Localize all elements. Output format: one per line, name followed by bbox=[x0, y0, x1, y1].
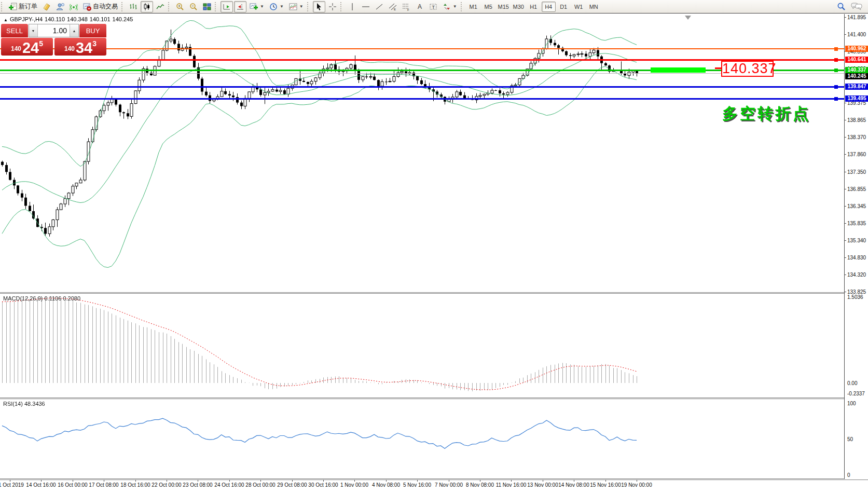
ohlc-open: 140.110 bbox=[45, 16, 65, 22]
signals-button[interactable] bbox=[67, 1, 80, 12]
sell-button[interactable]: SELL bbox=[1, 24, 28, 37]
ohlc-low: 140.101 bbox=[90, 16, 111, 22]
toolbar-grip[interactable] bbox=[168, 2, 171, 11]
toolbar-grip[interactable] bbox=[461, 2, 464, 11]
buy-price-button[interactable]: 140 34 3 bbox=[54, 38, 106, 56]
vertical-line-button[interactable] bbox=[346, 1, 359, 12]
line-chart-button[interactable] bbox=[154, 1, 167, 12]
auto-scroll-button[interactable] bbox=[221, 1, 233, 12]
panel-separator[interactable] bbox=[0, 292, 868, 294]
signals-icon bbox=[70, 3, 78, 11]
price-tick-label: 136.345 bbox=[847, 203, 866, 209]
search-button[interactable] bbox=[835, 1, 848, 12]
clock-icon bbox=[269, 3, 278, 11]
support-line-2[interactable] bbox=[0, 98, 844, 100]
volume-decrease-icon[interactable]: ▼ bbox=[29, 24, 38, 37]
rsi-value: 48.3436 bbox=[24, 401, 45, 407]
panel-separator[interactable] bbox=[0, 398, 868, 399]
timeframe-w1[interactable]: W1 bbox=[572, 2, 586, 12]
bar-chart-button[interactable] bbox=[127, 1, 140, 12]
toolbar-grip[interactable] bbox=[215, 2, 218, 11]
support-line-1-handle[interactable] bbox=[834, 85, 838, 89]
resistance-line-1[interactable] bbox=[0, 48, 844, 49]
toolbar-grip[interactable] bbox=[1, 2, 4, 11]
rsi-panel-canvas[interactable] bbox=[0, 399, 844, 478]
crosshair-button[interactable] bbox=[326, 1, 339, 12]
timeframe-m5[interactable]: M5 bbox=[481, 2, 495, 12]
candlestick-button[interactable] bbox=[141, 1, 153, 12]
price-tick-mark bbox=[845, 275, 846, 275]
macd-panel-canvas[interactable] bbox=[0, 294, 844, 397]
support-line-2-handle[interactable] bbox=[834, 97, 838, 101]
metaeditor-button[interactable] bbox=[40, 1, 53, 12]
toolbar-grip[interactable] bbox=[307, 2, 310, 11]
support-line-1[interactable] bbox=[0, 86, 844, 88]
autotrade-button[interactable]: 自动交易 bbox=[81, 1, 120, 12]
collapse-panel-icon[interactable]: ▲ bbox=[4, 18, 8, 22]
pivot-line-green[interactable] bbox=[0, 70, 844, 71]
template-dropdown[interactable]: ▼ bbox=[287, 1, 306, 12]
trendline-icon bbox=[375, 3, 383, 11]
chart-shift-icon bbox=[236, 3, 244, 11]
horizontal-line-icon bbox=[362, 3, 370, 11]
price-chart-canvas[interactable] bbox=[0, 14, 844, 292]
price-tick-mark bbox=[845, 206, 846, 207]
price-tick-label: 141.400 bbox=[847, 32, 866, 37]
timeframe-d1[interactable]: D1 bbox=[557, 2, 571, 12]
text-label-button[interactable]: T bbox=[427, 1, 439, 12]
zoom-in-icon bbox=[176, 3, 184, 11]
buy-price-sup: 3 bbox=[92, 39, 97, 48]
cursor-button[interactable] bbox=[313, 1, 325, 12]
price-tick-label: 141.895 bbox=[847, 15, 866, 20]
timeframe-mn[interactable]: MN bbox=[587, 2, 601, 12]
price-axis[interactable]: 141.895141.400140.890140.380139.875139.3… bbox=[844, 14, 868, 479]
time-tick-mark bbox=[198, 480, 198, 482]
chart-shift-marker[interactable] bbox=[685, 16, 691, 20]
fibonacci-button[interactable]: F bbox=[400, 1, 412, 12]
timeframe-m30[interactable]: M30 bbox=[512, 2, 526, 12]
buy-button[interactable]: BUY bbox=[79, 24, 106, 37]
bar-chart-icon bbox=[129, 3, 137, 11]
timeframe-h4[interactable]: H4 bbox=[542, 2, 556, 12]
resistance-line-2-handle[interactable] bbox=[834, 58, 838, 62]
time-tick-mark bbox=[260, 480, 261, 482]
price-tick-label: 134.830 bbox=[847, 255, 866, 261]
pivot-line-green-handle[interactable] bbox=[834, 69, 838, 72]
volume-increase-icon[interactable]: ▲ bbox=[70, 24, 78, 37]
price-callout[interactable]: 140.337 bbox=[721, 61, 774, 77]
arrows-dropdown[interactable]: ▼ bbox=[440, 1, 459, 12]
period-dropdown[interactable]: ▼ bbox=[267, 1, 286, 12]
price-tag-139.495: 139.495 bbox=[845, 95, 868, 102]
pivot-annotation[interactable]: 多空转折点 bbox=[722, 103, 810, 125]
sell-price-button[interactable]: 140 24 5 bbox=[1, 38, 53, 56]
zoom-out-button[interactable] bbox=[187, 1, 200, 12]
green-highlight-bar[interactable] bbox=[651, 67, 706, 73]
zoom-in-button[interactable] bbox=[174, 1, 186, 12]
tile-windows-button[interactable] bbox=[201, 1, 213, 12]
timeframe-m15[interactable]: M15 bbox=[497, 2, 511, 12]
resistance-line-2[interactable] bbox=[0, 59, 844, 61]
community-button[interactable] bbox=[54, 1, 66, 12]
rsi-label: RSI(14) 48.3436 bbox=[3, 401, 45, 407]
time-tick-label: 19 Nov 00:00 bbox=[618, 482, 655, 488]
time-axis[interactable]: 11 Oct 201914 Oct 16:0016 Oct 00:0017 Oc… bbox=[0, 480, 868, 493]
price-tick-mark bbox=[845, 137, 846, 138]
horizontal-line-button[interactable] bbox=[360, 1, 372, 12]
chart-shift-button[interactable] bbox=[234, 1, 246, 12]
timeframe-h1[interactable]: H1 bbox=[527, 2, 541, 12]
volume-input[interactable]: 1.00 bbox=[38, 24, 70, 37]
new-order-button[interactable]: 新订单 bbox=[7, 1, 39, 12]
timeframe-m1[interactable]: M1 bbox=[466, 2, 480, 12]
price-tick-mark bbox=[845, 154, 846, 155]
resistance-line-1-handle[interactable] bbox=[834, 47, 838, 51]
new-chart-dropdown[interactable]: ▼ bbox=[247, 1, 266, 12]
svg-text:T: T bbox=[432, 4, 435, 9]
zoom-out-icon bbox=[189, 3, 198, 11]
chat-button[interactable] bbox=[849, 1, 864, 12]
price-tick-label: 135.340 bbox=[847, 238, 866, 243]
toolbar-grip[interactable] bbox=[340, 2, 343, 11]
trendline-button[interactable] bbox=[373, 1, 385, 12]
toolbar-grip[interactable] bbox=[121, 2, 125, 11]
text-button[interactable]: A bbox=[414, 1, 426, 12]
channel-button[interactable]: E bbox=[387, 1, 399, 12]
